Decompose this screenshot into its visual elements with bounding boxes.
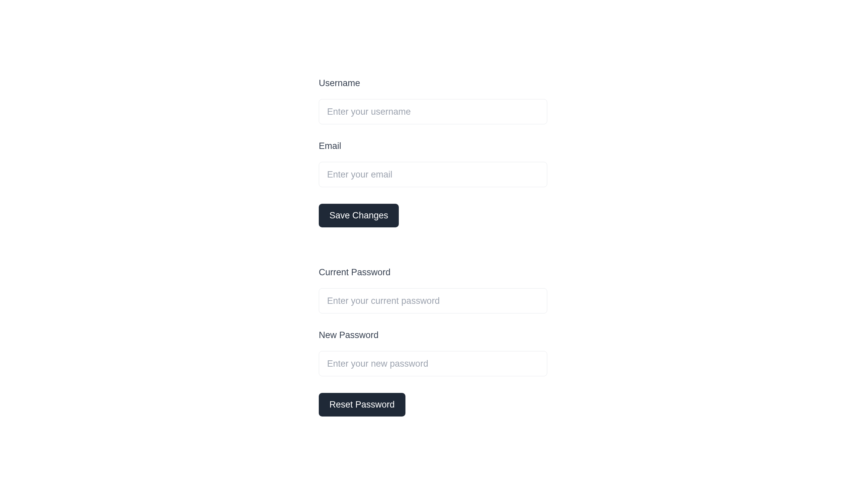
save-changes-button[interactable]: Save Changes (319, 204, 399, 227)
username-group: Username (319, 78, 868, 124)
profile-section: Username Email Save Changes (319, 78, 868, 227)
reset-password-button[interactable]: Reset Password (319, 393, 405, 417)
new-password-label: New Password (319, 330, 868, 340)
email-group: Email (319, 141, 868, 187)
new-password-input[interactable] (319, 351, 547, 376)
password-section: Current Password New Password Reset Pass… (319, 267, 868, 417)
username-label: Username (319, 78, 868, 88)
current-password-label: Current Password (319, 267, 868, 278)
new-password-group: New Password (319, 330, 868, 376)
current-password-group: Current Password (319, 267, 868, 313)
email-label: Email (319, 141, 868, 151)
email-input[interactable] (319, 162, 547, 187)
current-password-input[interactable] (319, 288, 547, 313)
username-input[interactable] (319, 99, 547, 124)
